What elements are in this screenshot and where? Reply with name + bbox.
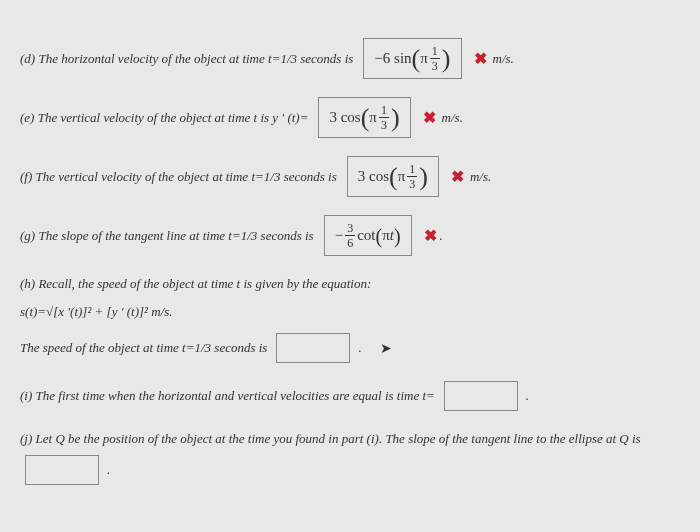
question-d-unit: m/s. — [493, 49, 514, 69]
question-e-prompt: (e) The vertical velocity of the object … — [20, 108, 308, 128]
question-e-answer-box[interactable]: 3 cos(π 13) — [318, 97, 410, 138]
question-j-prompt: (j) Let Q be the position of the object … — [20, 429, 676, 449]
wrong-icon: ✖ — [424, 224, 437, 248]
period: . — [358, 338, 361, 358]
period: . — [526, 386, 529, 406]
question-f-answer-box[interactable]: 3 cos(π 13) — [347, 156, 439, 197]
question-h-recall: (h) Recall, the speed of the object at t… — [20, 274, 676, 294]
question-g: (g) The slope of the tangent line at tim… — [20, 215, 680, 256]
question-j: (j) Let Q be the position of the object … — [20, 429, 680, 485]
question-f-unit: m/s. — [470, 167, 491, 187]
question-d-answer-box[interactable]: −6 sin(π 13) — [363, 38, 461, 79]
question-h-prompt: The speed of the object at time t=1/3 se… — [20, 338, 267, 358]
question-f-prompt: (f) The vertical velocity of the object … — [20, 167, 337, 187]
question-i: (i) The first time when the horizontal a… — [20, 381, 680, 411]
period: . — [440, 226, 443, 246]
question-e: (e) The vertical velocity of the object … — [20, 97, 680, 138]
question-g-prompt: (g) The slope of the tangent line at tim… — [20, 226, 314, 246]
question-d: (d) The horizontal velocity of the objec… — [20, 38, 680, 79]
question-i-answer-box[interactable] — [444, 381, 518, 411]
period: . — [107, 460, 110, 480]
wrong-icon: ✖ — [474, 47, 487, 71]
question-f: (f) The vertical velocity of the object … — [20, 156, 680, 197]
question-h: (h) Recall, the speed of the object at t… — [20, 274, 680, 363]
cursor-icon: ➤ — [380, 338, 392, 359]
question-j-answer-box[interactable] — [25, 455, 99, 485]
question-e-unit: m/s. — [442, 108, 463, 128]
question-g-answer-box[interactable]: − 36cot(πt) — [324, 215, 412, 256]
wrong-icon: ✖ — [423, 106, 436, 130]
question-i-prompt: (i) The first time when the horizontal a… — [20, 386, 435, 406]
question-h-answer-box[interactable] — [276, 333, 350, 363]
question-d-prompt: (d) The horizontal velocity of the objec… — [20, 49, 353, 69]
wrong-icon: ✖ — [451, 165, 464, 189]
question-h-equation: s(t)=√[x '(t)]² + [y ' (t)]² m/s. — [20, 302, 680, 322]
